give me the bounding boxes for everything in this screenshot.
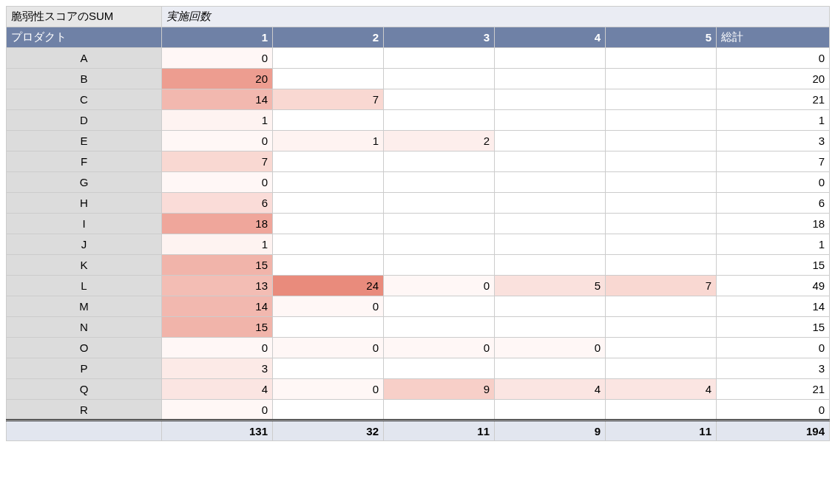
data-cell[interactable] [384,255,495,276]
data-cell[interactable] [384,400,495,420]
data-cell[interactable] [384,69,495,89]
data-cell[interactable]: 0 [162,131,273,151]
data-cell[interactable]: 1 [273,131,384,151]
data-cell[interactable] [273,48,384,69]
col-header-1[interactable]: 1 [162,27,273,48]
data-cell[interactable]: 15 [162,317,273,338]
data-cell[interactable]: 2 [384,131,495,151]
data-cell[interactable] [273,400,384,420]
data-cell[interactable]: 1 [162,234,273,255]
data-cell[interactable]: 4 [495,379,606,400]
data-cell[interactable]: 20 [162,69,273,89]
data-cell[interactable] [606,48,717,69]
data-cell[interactable] [384,317,495,338]
data-cell[interactable] [384,48,495,69]
data-cell[interactable] [606,255,717,276]
data-cell[interactable] [495,317,606,338]
data-cell[interactable]: 6 [162,193,273,214]
row-header[interactable]: F [7,151,162,172]
data-cell[interactable]: 13 [162,276,273,296]
data-cell[interactable]: 0 [384,338,495,358]
data-cell[interactable] [384,358,495,379]
data-cell[interactable] [606,358,717,379]
data-cell[interactable] [606,234,717,255]
data-cell[interactable] [273,255,384,276]
data-cell[interactable] [384,214,495,234]
data-cell[interactable]: 0 [162,400,273,420]
row-header[interactable]: P [7,358,162,379]
col-header-3[interactable]: 3 [384,27,495,48]
data-cell[interactable]: 15 [162,255,273,276]
data-cell[interactable]: 9 [384,379,495,400]
col-header-2[interactable]: 2 [273,27,384,48]
data-cell[interactable]: 7 [273,89,384,110]
data-cell[interactable] [273,214,384,234]
data-cell[interactable]: 0 [273,379,384,400]
data-cell[interactable] [495,69,606,89]
row-header[interactable]: L [7,276,162,296]
data-cell[interactable] [273,69,384,89]
data-cell[interactable] [495,172,606,193]
data-cell[interactable] [273,234,384,255]
data-cell[interactable]: 7 [606,276,717,296]
row-header[interactable]: D [7,110,162,131]
data-cell[interactable]: 4 [162,379,273,400]
data-cell[interactable] [273,110,384,131]
data-cell[interactable] [384,234,495,255]
row-header[interactable]: M [7,296,162,317]
data-cell[interactable]: 0 [273,338,384,358]
row-header[interactable]: N [7,317,162,338]
data-cell[interactable] [606,89,717,110]
data-cell[interactable] [495,89,606,110]
data-cell[interactable]: 7 [162,151,273,172]
data-cell[interactable] [495,48,606,69]
col-header-4[interactable]: 4 [495,27,606,48]
data-cell[interactable] [606,338,717,358]
data-cell[interactable] [495,296,606,317]
data-cell[interactable] [273,193,384,214]
data-cell[interactable]: 14 [162,296,273,317]
row-header[interactable]: K [7,255,162,276]
data-cell[interactable] [273,358,384,379]
data-cell[interactable] [495,358,606,379]
data-cell[interactable]: 14 [162,89,273,110]
data-cell[interactable] [606,400,717,420]
data-cell[interactable]: 24 [273,276,384,296]
data-cell[interactable] [606,131,717,151]
data-cell[interactable] [384,151,495,172]
row-header[interactable]: H [7,193,162,214]
data-cell[interactable] [606,193,717,214]
data-cell[interactable] [606,69,717,89]
data-cell[interactable]: 0 [384,276,495,296]
row-header[interactable]: A [7,48,162,69]
row-header[interactable]: B [7,69,162,89]
data-cell[interactable] [495,255,606,276]
data-cell[interactable] [273,317,384,338]
data-cell[interactable]: 4 [606,379,717,400]
data-cell[interactable]: 1 [162,110,273,131]
data-cell[interactable] [606,172,717,193]
data-cell[interactable] [495,193,606,214]
row-header[interactable]: Q [7,379,162,400]
row-header[interactable]: J [7,234,162,255]
data-cell[interactable] [495,214,606,234]
data-cell[interactable]: 0 [273,296,384,317]
data-cell[interactable] [273,172,384,193]
data-cell[interactable] [606,296,717,317]
data-cell[interactable]: 0 [162,172,273,193]
data-cell[interactable] [384,296,495,317]
data-cell[interactable] [384,110,495,131]
data-cell[interactable] [384,193,495,214]
row-header[interactable]: R [7,400,162,420]
data-cell[interactable]: 5 [495,276,606,296]
data-cell[interactable] [606,110,717,131]
row-header[interactable]: I [7,214,162,234]
row-header[interactable]: C [7,89,162,110]
col-header-5[interactable]: 5 [606,27,717,48]
data-cell[interactable] [495,110,606,131]
data-cell[interactable] [606,151,717,172]
data-cell[interactable] [495,400,606,420]
data-cell[interactable] [495,234,606,255]
data-cell[interactable]: 18 [162,214,273,234]
data-cell[interactable] [384,89,495,110]
